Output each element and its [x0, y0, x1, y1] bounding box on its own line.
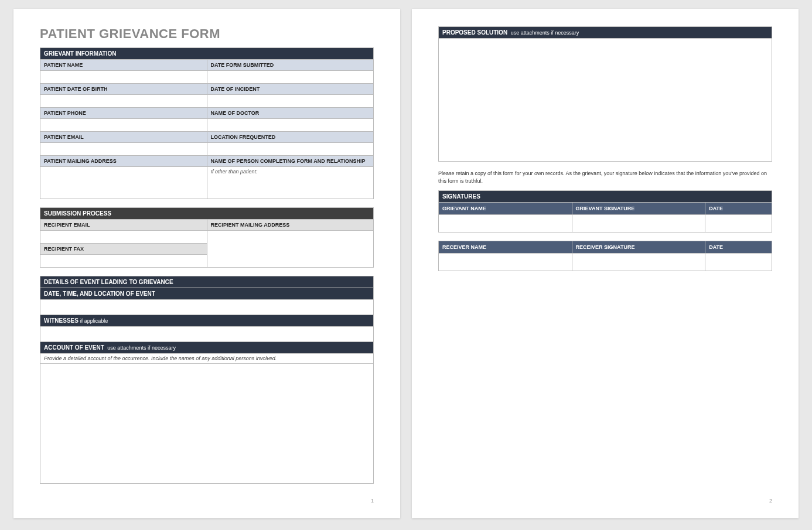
label-recipient-email: RECIPIENT EMAIL	[40, 220, 207, 231]
signatures-table: SIGNATURES GRIEVANT NAME GRIEVANT SIGNAT…	[438, 190, 772, 232]
details-header: DETAILS OF EVENT LEADING TO GRIEVANCE	[40, 276, 374, 288]
grievant-info-table: GRIEVANT INFORMATION PATIENT NAME DATE F…	[40, 47, 374, 199]
input-doctor[interactable]	[207, 119, 374, 132]
page-number-1: 1	[371, 498, 374, 504]
label-grievant-name: GRIEVANT NAME	[439, 203, 572, 215]
input-datetime[interactable]	[40, 300, 374, 315]
page-1: PATIENT GRIEVANCE FORM GRIEVANT INFORMAT…	[13, 9, 400, 518]
label-location: LOCATION FREQUENTED	[207, 132, 374, 143]
input-phone[interactable]	[40, 119, 207, 132]
input-dob[interactable]	[40, 95, 207, 108]
input-recipient-fax[interactable]	[40, 255, 207, 268]
label-dob: PATIENT DATE OF BIRTH	[40, 84, 207, 95]
page-number-2: 2	[769, 498, 772, 504]
label-account: ACCOUNT OF EVENT use attachments if nece…	[40, 342, 374, 354]
input-recipient-email[interactable]	[40, 231, 207, 244]
label-grievant-date: DATE	[705, 203, 772, 215]
input-account[interactable]	[40, 364, 374, 484]
details-table: DETAILS OF EVENT LEADING TO GRIEVANCE DA…	[40, 276, 374, 484]
label-date-submitted: DATE FORM SUBMITTED	[207, 60, 374, 71]
input-grievant-sig[interactable]	[572, 215, 705, 232]
label-recipient-mailing: RECIPIENT MAILING ADDRESS	[207, 220, 374, 231]
signatures-header: SIGNATURES	[439, 191, 772, 203]
input-grievant-date[interactable]	[705, 215, 772, 232]
label-email: PATIENT EMAIL	[40, 132, 207, 143]
label-doctor: NAME OF DOCTOR	[207, 108, 374, 119]
input-recipient-mailing[interactable]	[207, 231, 374, 268]
grievant-header: GRIEVANT INFORMATION	[40, 48, 374, 60]
input-grievant-name[interactable]	[439, 215, 572, 232]
form-title: PATIENT GRIEVANCE FORM	[40, 26, 374, 42]
submission-table: SUBMISSION PROCESS RECIPIENT EMAIL RECIP…	[40, 207, 374, 268]
input-email[interactable]	[40, 143, 207, 156]
submission-header: SUBMISSION PROCESS	[40, 208, 374, 220]
label-solution: PROPOSED SOLUTION use attachments if nec…	[439, 27, 772, 39]
label-phone: PATIENT PHONE	[40, 108, 207, 119]
label-mailing: PATIENT MAILING ADDRESS	[40, 156, 207, 167]
solution-table: PROPOSED SOLUTION use attachments if nec…	[438, 26, 772, 162]
label-patient-name: PATIENT NAME	[40, 60, 207, 71]
input-incident-date[interactable]	[207, 95, 374, 108]
retain-note: Please retain a copy of this form for yo…	[438, 170, 772, 184]
label-completer: NAME OF PERSON COMPLETING FORM AND RELAT…	[207, 156, 374, 167]
receiver-table: RECEIVER NAME RECEIVER SIGNATURE DATE	[438, 241, 772, 271]
label-datetime: DATE, TIME, AND LOCATION OF EVENT	[40, 288, 374, 300]
label-receiver-sig: RECEIVER SIGNATURE	[572, 241, 705, 254]
label-grievant-sig: GRIEVANT SIGNATURE	[572, 203, 705, 215]
label-receiver-date: DATE	[705, 241, 772, 254]
input-solution[interactable]	[439, 39, 772, 162]
label-recipient-fax: RECIPIENT FAX	[40, 244, 207, 255]
account-hint: Provide a detailed account of the occurr…	[40, 354, 374, 364]
input-receiver-sig[interactable]	[572, 254, 705, 271]
input-mailing[interactable]	[40, 167, 207, 199]
input-patient-name[interactable]	[40, 71, 207, 84]
input-location[interactable]	[207, 143, 374, 156]
input-receiver-name[interactable]	[439, 254, 572, 271]
input-date-submitted[interactable]	[207, 71, 374, 84]
label-receiver-name: RECEIVER NAME	[439, 241, 572, 254]
label-incident-date: DATE OF INCIDENT	[207, 84, 374, 95]
label-witnesses: WITNESSES if applicable	[40, 315, 374, 327]
page-2: PROPOSED SOLUTION use attachments if nec…	[412, 9, 799, 518]
input-receiver-date[interactable]	[705, 254, 772, 271]
input-completer[interactable]: If other than patient:	[207, 167, 374, 199]
input-witnesses[interactable]	[40, 327, 374, 342]
